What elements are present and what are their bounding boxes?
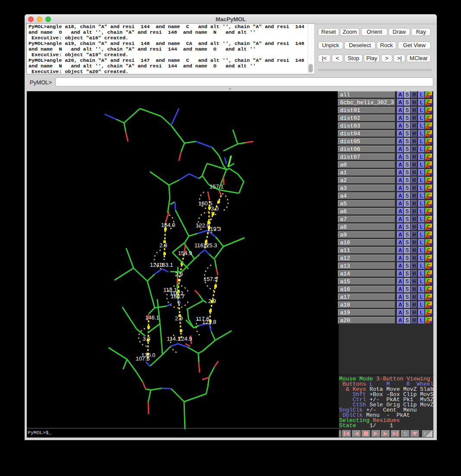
- svg-text:146.1: 146.1: [145, 314, 159, 321]
- svg-text:124.9: 124.9: [178, 335, 192, 342]
- svg-text:121.8: 121.8: [202, 319, 216, 325]
- svg-text:3.0: 3.0: [211, 205, 219, 212]
- svg-text:F: F: [424, 431, 427, 437]
- svg-text:154.9: 154.9: [178, 250, 192, 256]
- svg-text:119.3: 119.3: [207, 226, 221, 232]
- svg-text:3.0: 3.0: [143, 335, 150, 342]
- svg-text:164.7: 164.7: [171, 293, 185, 300]
- svg-text:125.3: 125.3: [203, 242, 217, 249]
- svg-text:157.1: 157.1: [210, 183, 224, 190]
- svg-text:164.0: 164.0: [161, 222, 175, 228]
- svg-text:163.1: 163.1: [159, 262, 173, 268]
- svg-text:2.9: 2.9: [175, 271, 183, 278]
- svg-text:107.6: 107.6: [136, 355, 150, 362]
- svg-text:2.8: 2.8: [159, 242, 167, 249]
- svg-text:2.9: 2.9: [175, 315, 183, 322]
- svg-text:160.5: 160.5: [198, 200, 213, 207]
- svg-text:2.9: 2.9: [208, 298, 216, 304]
- svg-text:157.5: 157.5: [203, 276, 218, 282]
